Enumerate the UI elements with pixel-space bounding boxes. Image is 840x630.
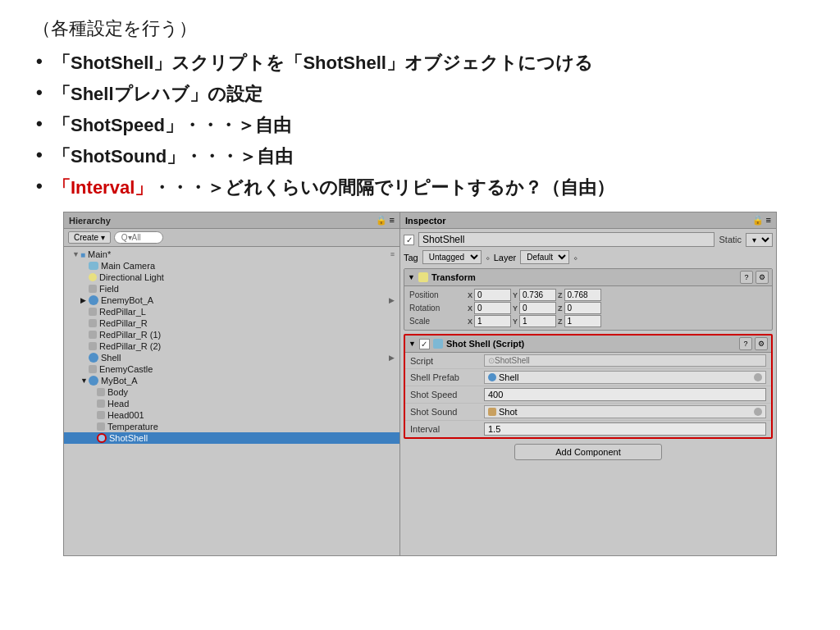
ss-gear-btn[interactable]: ⚙ xyxy=(755,337,768,350)
rot-x-axis: X xyxy=(468,304,472,313)
prefab-select-icon[interactable] xyxy=(754,373,762,381)
hierarchy-item-mybot[interactable]: ▼ MyBot_A xyxy=(64,375,399,386)
static-dropdown[interactable]: ▾ xyxy=(746,233,773,247)
ss-speed-input[interactable] xyxy=(484,388,766,401)
head001-icon xyxy=(97,411,105,419)
field-icon xyxy=(89,285,97,293)
position-label: Position xyxy=(409,289,467,301)
enemybot-label: EnemyBot_A xyxy=(101,295,153,305)
inspector-panel: Inspector 🔒 ≡ Static ▾ Tag Untagged xyxy=(400,212,776,555)
shot-shell-header[interactable]: ▼ Shot Shell (Script) ? ⚙ xyxy=(405,336,771,353)
pos-y-field: Y xyxy=(513,289,556,301)
hierarchy-item-redpillar-r2[interactable]: RedPillar_R (2) xyxy=(64,340,399,352)
rot-y-input[interactable] xyxy=(519,302,556,314)
inspector-content: Static ▾ Tag Untagged ⬦ Layer Default ⬦ xyxy=(400,229,776,555)
pos-y-input[interactable] xyxy=(519,289,556,301)
hierarchy-item-shell[interactable]: Shell ▶ xyxy=(64,352,399,363)
main-icon: ■ xyxy=(80,250,85,259)
tag-label: Tag xyxy=(404,253,418,262)
ss-sound-label: Shot Sound xyxy=(410,407,484,417)
scale-z-input[interactable] xyxy=(564,315,601,327)
ss-title: Shot Shell (Script) xyxy=(446,339,736,349)
main-label: Main* xyxy=(88,249,111,259)
hierarchy-item-temperature[interactable]: Temperature xyxy=(64,421,399,432)
maincamera-label: Main Camera xyxy=(101,261,155,271)
mybot-icon xyxy=(89,376,98,386)
sound-icon xyxy=(488,408,496,416)
ss-interval-input[interactable] xyxy=(484,422,766,436)
hierarchy-item-maincamera[interactable]: Main Camera xyxy=(64,260,399,272)
slide-content: （各種設定を行う） 「ShotShell」スクリプトを「ShotShell」オブ… xyxy=(16,8,824,203)
enemybot-right: ▶ xyxy=(389,296,395,304)
layer-select[interactable]: Default xyxy=(520,250,569,264)
ss-prefab-name: Shell xyxy=(499,372,518,382)
hierarchy-item-dirlight[interactable]: Directional Light xyxy=(64,272,399,283)
ss-interval-label: Interval xyxy=(410,424,484,434)
scale-label: Scale xyxy=(409,315,467,327)
transform-info-btn[interactable]: ? xyxy=(740,271,753,284)
create-button[interactable]: Create ▾ xyxy=(68,231,111,244)
scale-x-input[interactable] xyxy=(474,315,511,327)
bullet-5: 「Interval」・・・＞どれくらいの間隔でリピートするか？（自由） xyxy=(33,172,807,203)
hierarchy-icons: 🔒 ≡ xyxy=(376,215,395,226)
head001-label: Head001 xyxy=(107,410,144,420)
inspector-menu-icon[interactable]: ≡ xyxy=(766,215,771,226)
bullet-4: 「ShotSound」・・・＞自由 xyxy=(33,141,807,172)
enemybot-arrow: ▶ xyxy=(80,296,89,304)
ss-script-label: Script xyxy=(410,356,484,366)
ss-script-prefix: ⊙ xyxy=(488,356,495,365)
pos-x-input[interactable] xyxy=(474,289,511,301)
bullet-2: 「Shellプレハブ」の設定 xyxy=(33,79,807,110)
rot-z-input[interactable] xyxy=(564,302,601,314)
hierarchy-item-field[interactable]: Field xyxy=(64,283,399,294)
ss-speed-label: Shot Speed xyxy=(410,390,484,399)
ss-prefab-row: Shell Prefab Shell xyxy=(405,369,771,386)
body-label: Body xyxy=(107,387,128,397)
scale-z-axis: Z xyxy=(558,317,563,326)
hierarchy-item-shotshell[interactable]: ShotShell xyxy=(64,432,399,444)
hierarchy-item-redpillar-l[interactable]: RedPillar_L xyxy=(64,306,399,317)
shell-icon xyxy=(89,353,98,363)
position-values: X Y Z xyxy=(468,289,767,301)
add-component-button[interactable]: Add Component xyxy=(514,444,662,460)
hierarchy-item-enemybot[interactable]: ▶ EnemyBot_A ▶ xyxy=(64,294,399,306)
unity-editor-screenshot: Hierarchy 🔒 ≡ Create ▾ ▼ ■ Main* ≡ xyxy=(63,212,777,556)
hierarchy-item-enemycastle[interactable]: EnemyCastle xyxy=(64,363,399,375)
transform-header[interactable]: ▼ Transform ? ⚙ xyxy=(404,269,772,286)
hierarchy-item-head001[interactable]: Head001 xyxy=(64,409,399,421)
redpillar-r-label: RedPillar_R xyxy=(99,318,148,328)
sound-select-icon[interactable] xyxy=(754,408,762,416)
tag-select[interactable]: Untagged xyxy=(422,250,482,264)
hierarchy-item-redpillar-r1[interactable]: RedPillar_R (1) xyxy=(64,329,399,340)
shotshell-label: ShotShell xyxy=(109,433,148,443)
hierarchy-title: Hierarchy xyxy=(69,216,111,226)
hierarchy-panel: Hierarchy 🔒 ≡ Create ▾ ▼ ■ Main* ≡ xyxy=(64,212,400,555)
ss-info-btn[interactable]: ? xyxy=(739,337,752,350)
go-name-input[interactable] xyxy=(418,232,714,247)
hierarchy-menu-icon[interactable]: ≡ xyxy=(390,215,395,226)
inspector-header-icons: 🔒 ≡ xyxy=(752,215,771,226)
rot-x-input[interactable] xyxy=(474,302,511,314)
hierarchy-search[interactable] xyxy=(114,231,163,244)
hierarchy-item-body[interactable]: Body xyxy=(64,386,399,398)
pos-z-input[interactable] xyxy=(564,289,601,301)
ss-icons: ? ⚙ xyxy=(739,337,768,350)
ss-active-checkbox[interactable] xyxy=(419,339,430,349)
hierarchy-item-redpillar-r[interactable]: RedPillar_R xyxy=(64,317,399,329)
pos-z-axis: Z xyxy=(558,291,563,299)
inspector-lock-icon[interactable]: 🔒 xyxy=(752,215,764,226)
ss-sound-value: Shot xyxy=(484,405,766,418)
transform-gear-btn[interactable]: ⚙ xyxy=(756,271,769,284)
layer-label: Layer xyxy=(494,253,517,262)
rpr-icon xyxy=(89,319,97,327)
hierarchy-item-head[interactable]: Head xyxy=(64,398,399,409)
tag-arrow: ⬦ xyxy=(486,253,490,262)
transform-section: ▼ Transform ? ⚙ Position X xyxy=(404,268,773,331)
scale-y-input[interactable] xyxy=(519,315,556,327)
go-active-checkbox[interactable] xyxy=(404,235,414,245)
static-label: Static xyxy=(719,235,742,244)
hierarchy-lock-icon[interactable]: 🔒 xyxy=(376,215,387,226)
ss-prefab-value: Shell xyxy=(484,371,766,384)
hierarchy-item-main[interactable]: ▼ ■ Main* ≡ xyxy=(64,249,399,260)
hierarchy-header: Hierarchy 🔒 ≡ xyxy=(64,212,399,229)
